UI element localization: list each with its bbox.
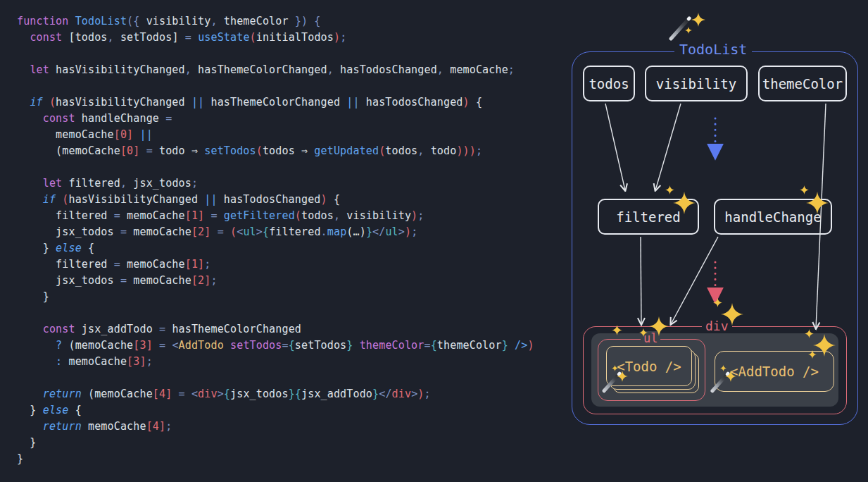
node-todos-label: todos bbox=[589, 76, 629, 92]
dom-todo-label: <Todo /> bbox=[617, 359, 681, 374]
node-filtered: filtered bbox=[598, 199, 699, 235]
magic-wand-icon bbox=[668, 16, 691, 41]
node-filtered-label: filtered bbox=[616, 209, 681, 225]
node-handlechange-label: handleChange bbox=[724, 209, 821, 225]
dom-div-label: div bbox=[702, 319, 732, 333]
dom-addtodo-label: <AddTodo /> bbox=[730, 364, 819, 379]
dom-todo-stack: <Todo /> bbox=[606, 346, 692, 386]
node-themecolor-label: themeColor bbox=[762, 76, 843, 92]
component-title: TodoList bbox=[674, 41, 752, 58]
dom-addtodo-card: <AddTodo /> bbox=[715, 351, 834, 392]
dom-ul-label: ul bbox=[641, 331, 660, 345]
node-visibility-label: visibility bbox=[656, 76, 736, 92]
node-visibility: visibility bbox=[645, 66, 748, 101]
sparkle-icon bbox=[685, 27, 692, 34]
dom-todo-card: <Todo /> bbox=[606, 346, 692, 386]
node-handlechange: handleChange bbox=[714, 199, 832, 235]
sparkle-icon bbox=[691, 13, 705, 27]
memoization-diagram: TodoList todos visibility themeColor fil… bbox=[0, 0, 868, 482]
node-todos: todos bbox=[583, 66, 635, 101]
node-themecolor: themeColor bbox=[758, 66, 847, 101]
